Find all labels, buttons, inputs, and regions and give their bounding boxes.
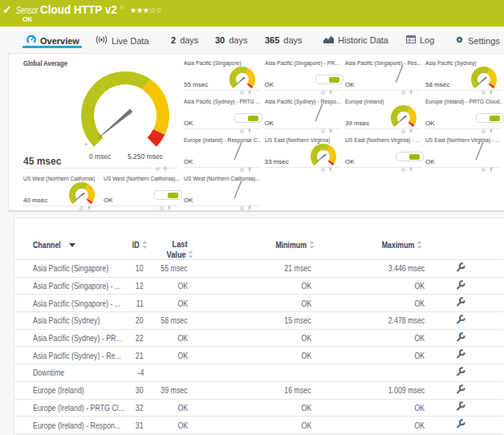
table-row: Asia Pacific (Singapore) - ...12OKOKOK bbox=[14, 277, 503, 295]
table-row: Europe (Ireland)3039 msec16 msec1.009 ms… bbox=[14, 381, 503, 399]
tab-settings[interactable]: Settings bbox=[455, 35, 500, 46]
tab-historic-data[interactable]: Historic Data bbox=[323, 35, 388, 45]
gear-icon[interactable] bbox=[320, 161, 326, 176]
cell-minimum: OK bbox=[207, 347, 320, 364]
gauge-cell[interactable]: Asia Pacific (Singapore) - PR...OK bbox=[265, 57, 343, 96]
gear-icon[interactable] bbox=[159, 200, 165, 214]
channel-title: Asia Pacific (Sydney) - Respo... bbox=[265, 98, 342, 105]
cell-id: 31 bbox=[131, 417, 152, 434]
gauges-panel: Global Average × 0 msec 5.250 msec 45 ms… bbox=[8, 53, 504, 212]
sensor-title: Cloud HTTP v2 bbox=[40, 3, 117, 16]
gear-icon[interactable] bbox=[239, 200, 245, 214]
gear-icon[interactable] bbox=[79, 200, 84, 214]
channel-title: Asia Pacific (Singapore) - PR... bbox=[265, 59, 342, 67]
pin-icon[interactable] bbox=[408, 161, 413, 176]
gear-icon[interactable] bbox=[481, 161, 486, 176]
tab-live-data[interactable]: Live Data bbox=[96, 35, 148, 46]
channel-value: OK bbox=[345, 81, 355, 88]
gauge-cell[interactable]: US East (Northern Virginia)33 msec bbox=[265, 134, 343, 173]
cell-channel[interactable]: Asia Pacific (Sydney) - PR... bbox=[14, 329, 131, 347]
gauge-cell[interactable]: Europe (Ireland)39 msec bbox=[345, 96, 423, 134]
channel-value: OK bbox=[184, 197, 193, 204]
cell-channel[interactable]: Asia Pacific (Sydney) - Re... bbox=[14, 347, 131, 364]
cell-actions bbox=[429, 329, 503, 347]
cell-channel[interactable]: Asia Pacific (Sydney) bbox=[14, 312, 131, 330]
channel-value: OK bbox=[184, 158, 193, 165]
channel-value: 40 msec bbox=[23, 197, 47, 204]
cell-actions bbox=[429, 277, 503, 295]
active-tab-underline bbox=[22, 46, 82, 48]
pin-icon[interactable] bbox=[87, 200, 91, 214]
sensor-header: ✓ Sensor Cloud HTTP v2 ⚐ ★★★☆☆ OK bbox=[0, 0, 504, 26]
cell-channel[interactable]: Asia Pacific (Singapore) - ... bbox=[14, 295, 131, 312]
column-header-last-value[interactable]: Last Value bbox=[152, 218, 207, 260]
channel-value: OK bbox=[425, 120, 435, 127]
column-header-actions bbox=[429, 218, 503, 260]
column-header-channel[interactable]: Channel bbox=[14, 218, 131, 260]
cell-minimum: OK bbox=[207, 277, 320, 295]
cell-minimum: OK bbox=[207, 417, 320, 434]
gauge-cell[interactable]: US West (Northern California)...OK bbox=[104, 173, 181, 211]
gauge-cell[interactable]: Asia Pacific (Sydney)58 msec bbox=[425, 57, 503, 96]
tab-2-days[interactable]: 2days bbox=[171, 35, 198, 45]
gauge-cell[interactable]: Asia Pacific (Sydney) - PRTG ...OK bbox=[184, 96, 262, 134]
channel-value: 33 msec bbox=[265, 158, 289, 165]
gauge-cell[interactable]: US West (Northern California)...OK bbox=[184, 173, 262, 211]
cell-channel[interactable]: Europe (Ireland) bbox=[14, 381, 131, 399]
column-header-minimum[interactable]: Minimum bbox=[207, 218, 320, 260]
wrench-icon[interactable] bbox=[455, 387, 465, 396]
cell-maximum: 1.009 msec bbox=[320, 381, 429, 399]
gear-icon[interactable] bbox=[400, 161, 406, 176]
pin-icon[interactable] bbox=[489, 161, 494, 176]
wrench-icon[interactable] bbox=[455, 335, 465, 344]
cell-minimum: OK bbox=[207, 329, 320, 347]
tab-label: Log bbox=[420, 35, 434, 45]
gauge-cell[interactable]: Asia Pacific (Singapore) - Res...OK bbox=[345, 57, 423, 96]
flag-icon[interactable]: ⚐ bbox=[120, 4, 125, 11]
wrench-icon[interactable] bbox=[455, 352, 465, 361]
wrench-icon[interactable] bbox=[455, 317, 465, 327]
cell-channel[interactable]: Europe (Ireland) - Respon... bbox=[14, 417, 131, 434]
cell-id: 10 bbox=[131, 260, 152, 278]
wrench-icon[interactable] bbox=[455, 421, 465, 431]
gauge-cell[interactable]: US West (Northern California)40 msec bbox=[23, 173, 101, 211]
cell-last-value: 58 msec bbox=[152, 312, 207, 330]
pin-icon[interactable] bbox=[247, 200, 252, 214]
cell-last-value: OK bbox=[152, 399, 207, 417]
gauge-cell[interactable]: US East (Northern Virginia) - ...OK bbox=[345, 134, 423, 173]
gauge-cell[interactable]: Asia Pacific (Sydney) - Respo...OK bbox=[265, 96, 343, 134]
column-header-maximum[interactable]: Maximum bbox=[320, 218, 429, 260]
wrench-icon[interactable] bbox=[455, 283, 465, 292]
cell-channel[interactable]: Asia Pacific (Singapore) bbox=[14, 260, 131, 278]
priority-stars[interactable]: ★★★☆☆ bbox=[130, 6, 162, 14]
pin-icon[interactable] bbox=[328, 161, 333, 176]
gauge-value: 45 msec bbox=[23, 156, 61, 167]
cell-channel[interactable]: Downtime bbox=[14, 364, 131, 382]
pin-icon[interactable] bbox=[167, 200, 172, 214]
gauge-cell[interactable]: Asia Pacific (Singapore)55 msec bbox=[184, 57, 262, 96]
wrench-icon[interactable] bbox=[455, 299, 465, 309]
wrench-icon[interactable] bbox=[455, 404, 465, 413]
wrench-icon[interactable] bbox=[455, 369, 465, 379]
status-check-icon: ✓ bbox=[2, 3, 12, 16]
tab-log[interactable]: Log bbox=[406, 35, 434, 45]
gauge-cell[interactable]: Europe (Ireland) - PRTG Cloud...OK bbox=[425, 96, 503, 134]
global-average-gauge: × bbox=[77, 71, 173, 148]
cell-channel[interactable]: Asia Pacific (Singapore) - ... bbox=[14, 277, 131, 295]
channel-value: 55 msec bbox=[184, 81, 208, 88]
tab-30-days[interactable]: 30days bbox=[215, 35, 248, 45]
column-header-id[interactable]: ID bbox=[131, 218, 152, 260]
tab-365-days[interactable]: 365days bbox=[265, 35, 303, 45]
gauge-cell-global-average[interactable]: Global Average × 0 msec 5.250 msec 45 ms… bbox=[23, 57, 179, 168]
gauge-scale-min: 0 msec bbox=[89, 152, 111, 161]
cell-maximum: 3.446 msec bbox=[320, 260, 429, 278]
gauge-cell[interactable]: US East (Northern Virginia) - ...OK bbox=[425, 134, 503, 173]
cell-channel[interactable]: Europe (Ireland) - PRTG Cl... bbox=[14, 399, 131, 417]
tab-overview[interactable]: Overview bbox=[26, 35, 79, 46]
table-row: Asia Pacific (Sydney) - PR...22OKOKOK bbox=[14, 329, 503, 347]
gauge-cell[interactable]: Europe (Ireland) - Response C...OK bbox=[184, 134, 262, 173]
wrench-icon[interactable] bbox=[455, 265, 465, 274]
cell-last-value bbox=[152, 364, 207, 382]
channel-title: Asia Pacific (Sydney) - PRTG ... bbox=[184, 98, 261, 105]
cell-actions bbox=[429, 381, 503, 399]
